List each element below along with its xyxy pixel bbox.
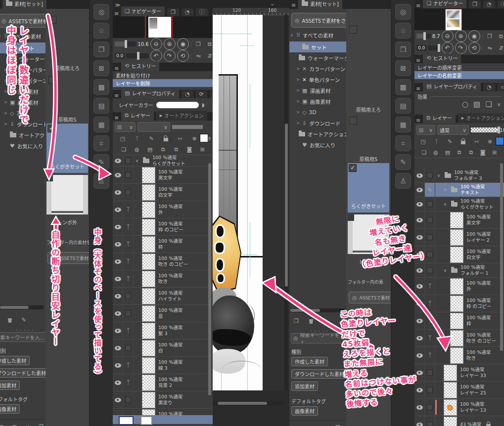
zoom-slider[interactable] xyxy=(416,34,431,39)
layer-color-chip[interactable] xyxy=(496,137,504,145)
tab-layer-property[interactable]: ▤レイヤープロパティ xyxy=(423,82,481,91)
tab-navigator[interactable]: ❏ナビゲーター xyxy=(121,6,165,16)
tree-item[interactable]: >✕単色パターン xyxy=(0,75,46,86)
transfer-to-lower-icon[interactable]: ⧉ xyxy=(456,148,463,157)
mask-checkbox[interactable] xyxy=(427,217,433,223)
assets-search-button[interactable]: ◎ASSETSで素材をさがす xyxy=(291,13,347,28)
mask-checkbox[interactable] xyxy=(427,201,433,207)
mask-checkbox[interactable] xyxy=(427,422,433,426)
layer-thumbnail[interactable] xyxy=(142,167,155,183)
layer-row[interactable]: ᛉ100 %通常枠 のコピー xyxy=(414,295,504,312)
visibility-eye-icon[interactable] xyxy=(115,259,121,264)
material-thumb-tombo-outside[interactable] xyxy=(46,175,88,214)
new-material-folder-icon[interactable]: ❐ xyxy=(0,315,1,324)
canvas-hscrollbar[interactable] xyxy=(213,401,284,405)
filter-chip[interactable]: ダウンロードした素材 xyxy=(291,369,347,379)
material-checkbox[interactable] xyxy=(349,26,357,34)
close-box-icon[interactable]: ⊠ xyxy=(395,60,411,76)
visibility-eye-icon[interactable] xyxy=(115,294,121,298)
layer-row[interactable]: 100 %通常白 xyxy=(113,340,213,357)
visibility-eye-icon[interactable] xyxy=(115,346,121,350)
tab-tool-property[interactable]: ◔ xyxy=(182,90,193,98)
blend-thumb-combo[interactable]: ∨ xyxy=(115,122,136,132)
layer-row[interactable]: 100 %通常黒文字 xyxy=(113,167,213,184)
rotate-slider[interactable] xyxy=(126,53,148,58)
clip-to-layer-below-icon[interactable]: ◳ xyxy=(118,134,128,143)
zoom-in-icon[interactable]: ⊕ xyxy=(455,30,467,42)
reference-layer-icon[interactable]: ✎ xyxy=(146,134,156,143)
visibility-eye-icon[interactable] xyxy=(115,311,121,316)
visibility-eye-icon[interactable] xyxy=(416,188,423,192)
grid-material-icon[interactable]: ⌗ xyxy=(395,135,411,151)
figure-material-icon[interactable]: ♙ xyxy=(93,173,109,189)
blend-mode-combo[interactable]: 通常∨ xyxy=(437,125,469,135)
layer-row[interactable]: ∨100 %通常フォルダー 1 xyxy=(414,263,504,278)
list-folder-icon[interactable]: ▤ xyxy=(395,98,411,114)
fit-to-navigator-icon[interactable]: ❐ xyxy=(193,40,203,48)
tree-item[interactable]: >⇩ダウンロード xyxy=(289,118,346,128)
zoom-slider[interactable] xyxy=(115,42,136,46)
mask-checkbox[interactable] xyxy=(125,310,131,316)
layer-color-effect-icon[interactable]: ❏ xyxy=(485,101,492,108)
enable-mask-icon[interactable]: ⊗ xyxy=(189,134,199,143)
tree-root-all-materials[interactable]: ∨⠿すべての素材 xyxy=(0,31,46,42)
layer-thumbnail[interactable] xyxy=(142,288,155,304)
layer-thumbnail[interactable] xyxy=(142,271,155,287)
tab-aux[interactable]: ▭ xyxy=(498,84,504,91)
layer-thumbnail[interactable] xyxy=(444,382,457,398)
visibility-eye-icon[interactable] xyxy=(416,218,423,222)
panel-menu-icon[interactable]: ≡ xyxy=(114,11,119,16)
rotate-slider[interactable] xyxy=(428,45,440,50)
mask-checkbox[interactable] xyxy=(427,234,433,240)
layer-thumbnail[interactable] xyxy=(444,399,457,416)
layer-row[interactable]: ᛉ100 %通常外 xyxy=(113,201,213,218)
material-thumb-tombo-outside[interactable] xyxy=(348,214,389,254)
mask-checkbox[interactable] xyxy=(125,158,131,164)
lock-layer-icon[interactable] xyxy=(458,137,468,146)
layer-thumbnail[interactable] xyxy=(450,247,463,263)
tab-subview[interactable]: ❐ xyxy=(469,0,481,8)
opacity-slider[interactable] xyxy=(471,128,498,132)
layer-thumbnail[interactable] xyxy=(450,347,463,364)
navigator-preview[interactable] xyxy=(113,16,213,38)
canvas-vscrollbar[interactable] xyxy=(284,15,288,390)
thumbnail-view-icon[interactable]: ⊞ xyxy=(9,422,19,426)
layer-thumbnail[interactable] xyxy=(142,219,155,235)
rotate-cw-icon[interactable]: ↷ xyxy=(164,50,176,62)
checked-checkbox[interactable]: ✓ xyxy=(47,125,55,132)
tab-history[interactable]: ⟲ヒストリー xyxy=(423,53,461,63)
tree-item[interactable]: >▣画像素材 xyxy=(0,97,46,108)
flip-horizontal-icon[interactable]: ⇋ xyxy=(485,43,495,52)
filter-chip[interactable]: 追加素材 xyxy=(0,381,20,390)
mask-checkbox[interactable] xyxy=(427,370,433,376)
blend-thumb-combo[interactable]: ∨ xyxy=(416,125,435,135)
rotate-ccw-icon[interactable]: ↶ xyxy=(150,50,162,62)
fit-to-navigator-icon[interactable]: ❐ xyxy=(485,32,495,41)
assets-mini-button[interactable]: ◎ASSETSで素材 xyxy=(349,292,391,303)
layer-row[interactable]: 100 %通常黒塗り xyxy=(113,391,213,409)
tree-item[interactable]: ♥お気に入り xyxy=(289,139,346,150)
layer-row[interactable]: ᛉ100 %通常外 xyxy=(414,278,504,295)
tab-auto-action[interactable]: ▸オートアクション xyxy=(458,113,504,123)
history-item[interactable]: レイヤーの名前変更 xyxy=(414,71,504,79)
assets-mini-button[interactable]: ◎ASSETSで素材 xyxy=(47,252,89,264)
layer-thumbnail[interactable] xyxy=(450,278,463,295)
quick-search-icon[interactable]: ◎ xyxy=(395,4,411,20)
create-mask-icon[interactable]: ◙ xyxy=(185,145,194,154)
new-vector-layer-icon[interactable]: ◍ xyxy=(432,148,440,157)
visibility-eye-icon[interactable] xyxy=(115,242,121,247)
chevron-down-icon[interactable]: ∨ xyxy=(497,102,501,107)
material-folder-icon[interactable]: ❐ xyxy=(93,42,109,57)
figure-material-icon[interactable]: ♙ xyxy=(395,173,411,189)
visibility-eye-icon[interactable] xyxy=(416,388,423,392)
visibility-eye-icon[interactable] xyxy=(115,398,121,402)
layer-row[interactable]: 100 %通常白文字 xyxy=(113,184,213,201)
favorites-icon[interactable]: ☆ xyxy=(395,23,411,39)
search-input[interactable]: ◎検索キーワードを入... xyxy=(0,332,46,342)
material-checkbox[interactable] xyxy=(349,117,357,125)
view-dropdown-icon[interactable]: ∨ xyxy=(23,422,33,426)
panel-menu-icon[interactable]: ≡ xyxy=(416,86,420,91)
history-item[interactable]: レイヤーの順序変更 xyxy=(414,63,504,71)
new-layer-folder-icon[interactable]: ▤ xyxy=(444,148,452,157)
enable-mask-icon[interactable]: ⊗ xyxy=(485,137,495,146)
